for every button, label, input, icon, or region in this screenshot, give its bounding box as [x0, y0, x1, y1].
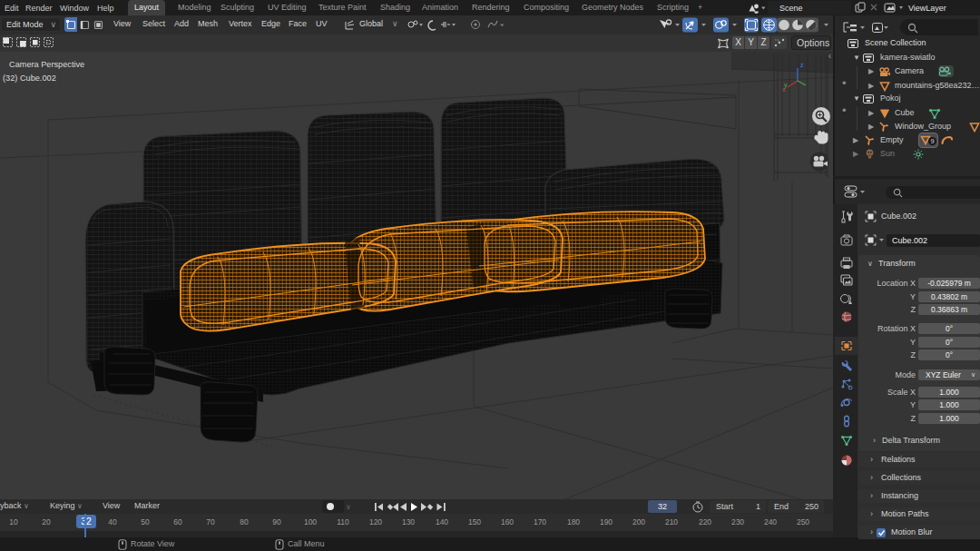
- svg-text:(32) Cube.002: (32) Cube.002: [3, 74, 56, 83]
- svg-text:z: z: [800, 62, 804, 68]
- svg-text:Camera Perspective: Camera Perspective: [9, 60, 84, 69]
- svg-text:‹: ‹: [828, 52, 831, 61]
- svg-text:y: y: [784, 82, 788, 89]
